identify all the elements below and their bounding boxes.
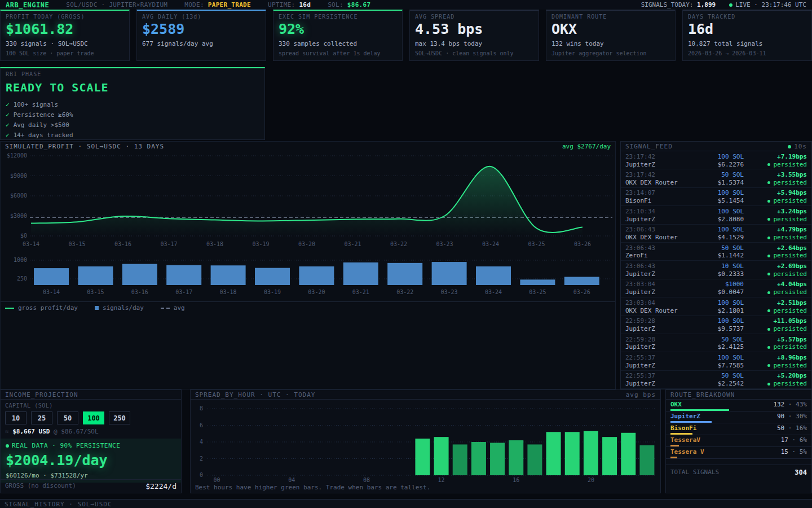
feed-entry-size: 50 SOL [685,171,744,178]
feed-entry-bps: +7.19bps [744,153,807,160]
signal-feed-list: 23:17:42100 SOL+7.19bpsJupiterZ$6.2276pe… [621,151,811,389]
route-count: 50 [777,424,784,432]
persisted-dot-icon [767,181,770,184]
svg-text:1000: 1000 [14,257,27,263]
persisted-dot-icon [767,309,770,312]
signal-history-strip: SIGNAL_HISTORY · SOL→USDC [0,499,812,508]
svg-text:03-22: 03-22 [390,241,407,247]
feed-entry: 23:06:4310 SOL+2.69bpsJupiterZ$0.2333per… [621,261,811,279]
svg-text:03-18: 03-18 [206,241,223,247]
rbi-phase-card: RBI PHASE READY TO SCALE ✓100+ signals✓P… [0,67,265,140]
stat-card-sub1: 677 signals/day avg [142,40,261,47]
capital-option-250[interactable]: 250 [109,411,130,424]
stat-card-profit-today-gross: PROFIT TODAY (GROSS)$1061.82330 signals … [0,10,130,61]
total-signals-label: TOTAL SIGNALS [670,468,719,476]
feed-entry: 23:14:07100 SOL+5.94bpsBisonFi$5.1454per… [621,188,811,206]
feed-entry-profit: $0.0047 [685,288,744,296]
feed-entry-time: 22:59:28 [625,317,685,325]
svg-text:03-16: 03-16 [131,289,148,295]
capital-option-100[interactable]: 100 [83,411,104,424]
real-data-projection-box: REAL DATA · 90% PERSISTENCE $2004.19/day… [1,439,181,483]
feed-entry-profit: $9.5737 [685,325,744,332]
feed-entry-route: JupiterZ [625,216,685,223]
feed-entry-bps: +5.57bps [744,336,807,343]
feed-entry-status: persisted [744,197,807,204]
stat-card-sub2: Jupiter aggregator selection [551,50,670,56]
route-name: OKX [670,401,682,408]
feed-entry-status: persisted [744,161,807,168]
capital-option-10[interactable]: 10 [5,411,27,424]
feed-entry-route: OKX DEX Router [625,234,685,241]
feed-entry-profit: $4.1529 [685,234,744,241]
legend-item-signals-day: signals/day [95,304,144,312]
svg-text:03-24: 03-24 [482,241,499,247]
rbi-phase-label: RBI PHASE [6,71,259,77]
feed-entry-size: 50 SOL [685,372,744,379]
stat-card-sub2: SOL→USDC · clean signals only [415,50,533,56]
svg-text:12: 12 [438,477,445,483]
svg-text:03-14: 03-14 [43,289,60,295]
income-projection-title: INCOME_PROJECTION [5,391,78,398]
persisted-dot-icon [767,200,770,203]
feed-entry-route: OKX DEX Router [625,307,685,314]
feed-entry-status: persisted [744,270,807,278]
svg-text:$9000: $9000 [10,173,27,179]
feed-entry-profit: $1.1442 [685,252,744,259]
feed-entry-status: persisted [744,288,807,296]
feed-entry-bps: +2.64bps [744,244,807,252]
feed-entry-route: JupiterZ [625,325,685,332]
feed-entry: 22:55:3750 SOL+5.20bpsJupiterZ$2.2542per… [621,371,811,389]
refresh-dot-icon [788,145,791,148]
persisted-dot-icon [767,383,770,386]
feed-entry-size: 100 SOL [685,153,744,160]
feed-entry-profit: $2.8080 [685,216,744,223]
feed-entry-profit: $7.7585 [685,362,744,369]
stat-card-sub1: 132 wins today [551,40,670,47]
feed-entry-bps: +4.79bps [744,226,807,233]
rbi-checklist: ✓100+ signals✓Persistence ≥60%✓Avg daily… [6,100,259,141]
stat-cards-row: PROFIT TODAY (GROSS)$1061.82330 signals … [0,10,812,61]
feed-entry-bps: +2.69bps [744,262,807,270]
svg-text:03-19: 03-19 [252,241,269,247]
capital-option-50[interactable]: 50 [57,411,78,424]
rbi-phase-status: READY TO SCALE [6,81,259,94]
profit-chart-title: SIMULATED_PROFIT · SOL→USDC · 13 DAYS [5,143,164,150]
svg-text:250: 250 [17,275,27,282]
feed-entry-profit: $2.4125 [685,343,744,351]
feed-entry-bps: +2.51bps [744,299,807,306]
usd-approx-value: $8,667 USD [12,428,50,435]
route-share-bar [670,457,677,458]
feed-entry-status: persisted [744,252,807,259]
feed-entry-status: persisted [744,179,807,186]
top-bar: ARB_ENGINE SOL/USDC · JUPITER×RAYDIUM MO… [0,0,812,10]
svg-text:03-25: 03-25 [529,289,546,295]
capital-option-25[interactable]: 25 [31,411,52,424]
persisted-dot-icon [767,328,770,331]
svg-text:2: 2 [200,456,203,462]
svg-text:03-17: 03-17 [175,289,192,295]
projected-daily-income: $2004.19/day [6,452,176,468]
feed-entry: 23:10:34100 SOL+3.24bpsJupiterZ$2.8080pe… [621,206,811,224]
feed-entry: 23:17:4250 SOL+3.55bpsOKX DEX Router$1.5… [621,169,811,187]
route-breakdown-panel: ROUTE_BREAKDOWN OKX132 · 43%JupiterZ90 ·… [665,389,812,493]
route-percent: · 16% [784,424,807,432]
stat-card-value: $2589 [142,21,261,37]
profit-chart-avg-label: avg $2767/day [562,143,611,150]
signal-feed-panel: SIGNAL_FEED 10s 23:17:42100 SOL+7.19bpsJ… [620,141,812,389]
route-count: 17 [781,436,788,444]
feed-entry: 22:59:2850 SOL+5.57bpsJupiterZ$2.4125per… [621,334,811,352]
live-status: LIVE · 23:17:46 UTC [729,1,806,8]
feed-entry: 23:03:04100 SOL+2.51bpsOKX DEX Router$2.… [621,297,811,316]
feed-entry: 23:17:42100 SOL+7.19bpsJupiterZ$6.2276pe… [621,151,811,169]
route-row-tessera-v: Tessera V15 · 5% [666,447,811,459]
check-icon: ✓ [6,132,10,139]
stat-card-label: EXEC SIM PERSISTENCE [279,14,397,20]
route-percent: · 5% [788,448,807,456]
svg-text:4: 4 [200,439,203,445]
feed-entry-status: persisted [744,325,807,332]
persisted-dot-icon [767,291,770,294]
uptime-value: 16d [299,1,311,8]
persisted-dot-icon [767,218,770,221]
svg-text:03-22: 03-22 [396,289,413,295]
live-dot-icon [729,3,732,7]
